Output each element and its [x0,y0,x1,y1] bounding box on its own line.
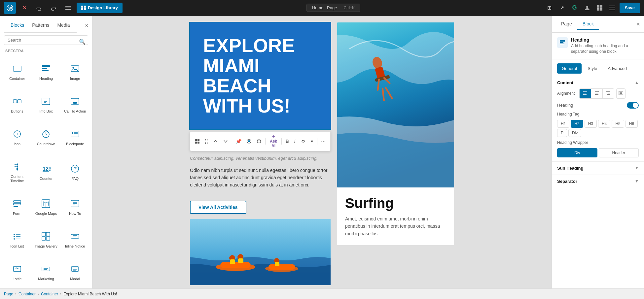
svg-point-86 [248,140,250,142]
more-button[interactable]: ▾ [309,137,315,145]
info-box-icon [40,95,52,107]
preview-button[interactable]: ⊞ [544,3,555,13]
tag-h2-button[interactable]: H2 [571,120,583,128]
separator-header[interactable]: Separator ▼ [557,179,639,184]
tag-h4-button[interactable]: H4 [598,120,610,128]
faq-label: FAQ [71,177,79,181]
block-item-countdown[interactable]: Countdown [32,121,61,153]
separator-chevron-icon: ▼ [635,179,639,183]
panel-tab-advanced[interactable]: Advanced [603,63,631,74]
tab-patterns[interactable]: Patterns [28,18,53,32]
content-chevron-icon: ▲ [635,80,639,85]
align-left-button[interactable] [580,89,591,98]
tag-h5-button[interactable]: H5 [612,120,624,128]
search-icon[interactable]: 🔍 [79,38,86,45]
database-button[interactable] [255,138,263,145]
info-box-label: Info Box [39,109,53,114]
block-item-info-box[interactable]: Info Box [32,88,61,121]
sidebar-toggle-button[interactable] [607,3,618,13]
svg-rect-10 [609,6,615,6]
options-button[interactable]: ⋯ [319,137,328,145]
link-button[interactable] [299,138,307,145]
block-item-content-timeline[interactable]: Content Timeline [3,153,32,190]
bold-button[interactable]: B [284,137,291,145]
move-down-button[interactable] [221,138,230,145]
external-link-button[interactable]: ↗ [557,3,567,13]
wrapper-div-button[interactable]: Div [557,148,597,157]
view-all-activities-button[interactable]: View All Activities [190,201,246,214]
profile-button[interactable] [582,3,592,13]
block-item-inline-notice[interactable]: Inline Notice [60,223,89,256]
content-section-header[interactable]: Content ▲ [557,80,639,85]
heading-toggle[interactable] [627,102,639,109]
panel-tab-general[interactable]: General [557,63,582,74]
ask-ai-button[interactable]: ✦ Ask AI [268,133,279,150]
toggle-dot [633,103,638,108]
sub-heading-header[interactable]: Sub Heading ▼ [557,166,639,171]
undo-button[interactable] [33,2,45,14]
lottie-icon [11,263,23,275]
tag-div-button[interactable]: Div [568,129,581,137]
search-input[interactable] [4,35,88,45]
color-picker-button[interactable] [245,138,253,145]
block-item-how-to[interactable]: How To [60,190,89,223]
wordpress-icon[interactable]: W [4,2,16,14]
tag-h1-button[interactable]: H1 [557,120,569,128]
tab-media[interactable]: Media [53,18,74,32]
tab-page[interactable]: Page [556,18,577,30]
close-right-sidebar-button[interactable]: × [636,21,640,28]
block-item-image[interactable]: Image [60,55,89,88]
breadcrumb-container-1[interactable]: Container [18,292,36,296]
block-item-counter[interactable]: 123 Counter [32,153,61,190]
block-item-image-gallery[interactable]: Image Gallery [32,223,61,256]
block-item-form[interactable]: Form [3,190,32,223]
wrapper-header-button[interactable]: Header [599,148,639,157]
block-item-call-to-action[interactable]: Call To Action [60,88,89,121]
close-editor-button[interactable]: ✕ [18,2,30,14]
gravatar-button[interactable]: G [569,3,580,13]
block-inserter-button[interactable] [594,3,605,13]
block-item-buttons[interactable]: Buttons [3,88,32,121]
align-right-button[interactable] [603,89,614,98]
redo-button[interactable] [48,2,59,14]
block-item-marketing[interactable]: Marketing [32,256,61,288]
svg-text:123: 123 [43,166,51,172]
tag-h6-button[interactable]: H6 [626,120,638,128]
block-item-blockquote[interactable]: Blockquote [60,121,89,153]
page-info[interactable]: Home · Page Ctrl+K [306,4,361,12]
svg-rect-90 [221,262,250,268]
block-item-container[interactable]: Container [3,55,32,88]
svg-rect-67 [46,232,50,236]
panel-tab-style[interactable]: Style [583,63,602,74]
inline-notice-icon [69,230,81,242]
tag-h3-button[interactable]: H3 [585,120,597,128]
move-up-button[interactable] [211,138,220,145]
block-item-google-maps[interactable]: Google Maps [32,190,61,223]
block-item-heading[interactable]: Heading [32,55,61,88]
design-library-button[interactable]: Design Library [77,3,123,13]
surf-card: Surfing Amet, euismod enim amet morbi in… [337,22,454,245]
block-item-modal[interactable]: Modal [60,256,89,288]
block-item-icon[interactable]: Icon [3,121,32,153]
transform-block-button[interactable] [193,138,201,145]
tab-block[interactable]: Block [577,18,599,30]
tab-blocks[interactable]: Blocks [7,18,28,32]
breadcrumb-page[interactable]: Page [4,292,13,296]
breadcrumb-container-2[interactable]: Container [41,292,58,296]
surf-content: Surfing Amet, euismod enim amet morbi in… [337,187,454,245]
pin-button[interactable]: 📌 [234,137,243,145]
italic-button[interactable]: I [292,137,298,145]
align-center-button[interactable] [591,89,603,98]
list-view-button[interactable] [62,2,74,14]
block-item-faq[interactable]: ? FAQ [60,153,89,190]
drag-handle-button[interactable]: ⣿ [203,137,210,145]
right-column: Surfing Amet, euismod enim amet morbi in… [337,22,454,282]
block-item-lottie[interactable]: Lottie [3,256,32,288]
hero-block[interactable]: EXPLORE MIAMI BEACH WITH US! [190,22,331,129]
how-to-label: How To [69,212,81,216]
save-button[interactable]: Save [620,3,640,13]
responsive-align-button[interactable] [616,88,626,99]
close-sidebar-button[interactable]: × [85,23,88,29]
block-item-icon-list[interactable]: Icon List [3,223,32,256]
tag-p-button[interactable]: P [557,129,567,137]
